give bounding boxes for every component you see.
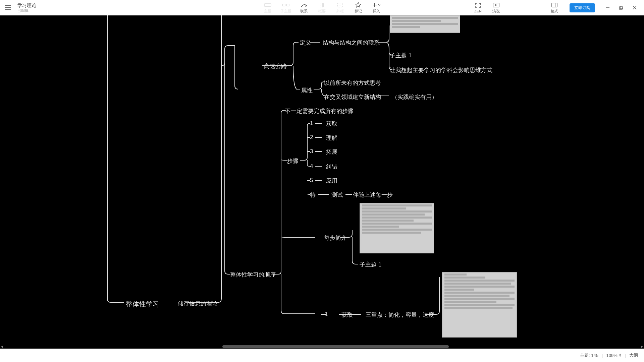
title-bar: 学习理论 已编辑 主题 子主题 联系 概要 外框 标记 插入: [0, 0, 644, 15]
menu-button[interactable]: [0, 0, 15, 15]
tool-zen[interactable]: ZEN: [472, 2, 484, 13]
doc-title-block: 学习理论 已编辑: [17, 3, 36, 13]
node-one-n[interactable]: 三重点：简化，容量，速度: [366, 311, 434, 319]
node-s1[interactable]: 1: [310, 120, 313, 127]
node-brief[interactable]: 每步简介: [324, 234, 347, 242]
node-attr1[interactable]: 以前所未有的方式思考: [324, 79, 381, 87]
star-icon: [355, 2, 361, 8]
node-def-thumb[interactable]: [390, 15, 460, 33]
node-brief-thumb[interactable]: [360, 203, 434, 253]
outline-button[interactable]: 大纲: [629, 352, 638, 358]
window-maximize[interactable]: [614, 0, 628, 15]
node-one-v[interactable]: 获取: [341, 311, 353, 319]
node-def-sub1[interactable]: 子主题 1: [390, 52, 412, 59]
status-zoom[interactable]: 109%: [606, 353, 617, 358]
tool-boundary-label: 外框: [336, 9, 344, 14]
window-minimize[interactable]: [601, 0, 614, 15]
node-s2[interactable]: 2: [310, 134, 313, 141]
relation-icon: [301, 2, 307, 8]
plus-icon: [372, 2, 380, 8]
close-icon: [633, 6, 637, 10]
scroll-right-arrow[interactable]: ▶: [641, 345, 643, 348]
separator: |: [602, 353, 603, 358]
node-attr[interactable]: 属性: [301, 86, 313, 94]
node-root[interactable]: 整体性学习: [126, 300, 159, 309]
svg-rect-13: [620, 6, 623, 9]
status-bar: 主题: 145 | 109% ▲▼ | 大纲: [0, 349, 644, 362]
horizontal-scrollbar[interactable]: ◀ ▶: [0, 345, 644, 349]
tool-present-label: 演说: [492, 9, 500, 14]
subscribe-button[interactable]: 立即订阅: [570, 3, 595, 12]
doc-status: 已编辑: [17, 8, 36, 13]
tool-relation-label: 联系: [300, 9, 308, 14]
tool-subtopic: 子主题: [280, 2, 291, 14]
summary-icon: [319, 2, 325, 8]
node-highway[interactable]: 高速公路: [264, 62, 287, 70]
node-s4v[interactable]: 纠错: [326, 163, 337, 171]
svg-rect-2: [286, 4, 289, 6]
svg-rect-1: [282, 4, 285, 6]
node-one[interactable]: 1: [325, 311, 328, 318]
toolbar-center: 主题 子主题 联系 概要 外框 标记 插入: [259, 0, 385, 15]
tool-relation[interactable]: 联系: [298, 2, 310, 14]
window-close[interactable]: [628, 0, 641, 15]
node-brief-sub[interactable]: 子主题 1: [360, 261, 381, 268]
topic-icon: [264, 2, 271, 8]
tool-zen-label: ZEN: [474, 9, 482, 13]
svg-rect-9: [552, 3, 557, 7]
scroll-track[interactable]: [3, 345, 641, 348]
node-order-note[interactable]: 不一定需要完成所有的步骤: [285, 107, 354, 115]
node-attr2-note[interactable]: （实践确实有用）: [392, 93, 437, 101]
node-s3v[interactable]: 拓展: [326, 148, 337, 156]
svg-rect-12: [620, 7, 622, 9]
tool-present[interactable]: 演说: [490, 2, 502, 14]
tool-marker[interactable]: 标记: [353, 2, 364, 14]
node-attr2[interactable]: 在交叉领域建立新结构: [324, 93, 381, 101]
tool-boundary: 外框: [334, 2, 346, 14]
format-icon: [551, 2, 557, 8]
scroll-thumb[interactable]: [222, 345, 449, 348]
tool-format[interactable]: 格式: [549, 2, 560, 14]
node-s5v[interactable]: 应用: [326, 177, 337, 185]
node-s2v[interactable]: 理解: [326, 134, 337, 142]
zen-icon: [475, 2, 481, 8]
mindmap-canvas[interactable]: 整体性学习 储存信息的理论 高速公路 定义 结构与结构之间的联系 子主题 1 让…: [0, 15, 644, 349]
zoom-spinner[interactable]: ▲▼: [619, 353, 622, 357]
minimize-icon: [606, 6, 610, 10]
chevron-down-icon: ▼: [619, 355, 622, 357]
node-s6n[interactable]: 伴随上述每一步: [353, 191, 393, 199]
tool-subtopic-label: 子主题: [280, 9, 291, 14]
node-steps[interactable]: 步骤: [287, 157, 299, 165]
tool-topic-label: 主题: [264, 9, 271, 14]
node-one-thumb[interactable]: [442, 272, 517, 338]
tool-summary: 概要: [316, 2, 328, 14]
node-s6[interactable]: 特: [310, 191, 316, 199]
tool-insert[interactable]: 插入: [371, 2, 382, 14]
node-storage[interactable]: 储存信息的理论: [178, 300, 218, 307]
separator: |: [625, 353, 626, 358]
doc-title: 学习理论: [17, 3, 36, 8]
node-def-value[interactable]: 结构与结构之间的联系: [323, 39, 380, 47]
node-s3[interactable]: 3: [310, 148, 313, 155]
present-icon: [493, 2, 499, 8]
subtopic-icon: [282, 2, 289, 8]
status-topic-label: 主题:: [580, 352, 590, 358]
tool-summary-label: 概要: [318, 9, 326, 14]
node-s5[interactable]: 5: [310, 177, 313, 184]
boundary-icon: [337, 2, 343, 8]
hamburger-icon: [5, 5, 11, 10]
node-s1v[interactable]: 获取: [326, 120, 337, 128]
toolbar-right: ZEN 演说 格式 立即订阅: [469, 0, 644, 15]
tool-marker-label: 标记: [355, 9, 362, 14]
node-order[interactable]: 整体性学习的顺序: [230, 271, 276, 279]
status-topic-count: 145: [591, 353, 598, 358]
tool-format-label: 格式: [551, 9, 558, 14]
node-def[interactable]: 定义: [300, 39, 311, 47]
tool-insert-label: 插入: [373, 9, 380, 14]
node-s6v[interactable]: 测试: [331, 191, 343, 199]
mindmap-connectors: [0, 15, 644, 337]
tool-topic: 主题: [262, 2, 273, 14]
node-def-sub2[interactable]: 让我想起主要学习的学科会影响思维方式: [390, 66, 492, 74]
node-s4[interactable]: 4: [310, 163, 313, 170]
svg-rect-0: [264, 4, 271, 6]
